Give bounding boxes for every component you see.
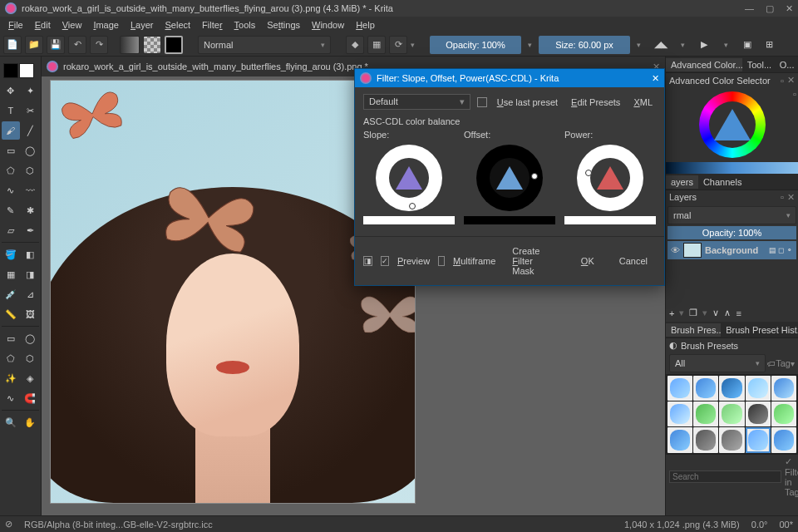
preset-dropdown[interactable]: Default [363, 94, 470, 110]
use-last-label[interactable]: Use last preset [494, 96, 561, 109]
gradient-icon[interactable] [120, 36, 140, 54]
magnetic-select-icon[interactable]: 🧲 [22, 389, 40, 407]
polygon-tool-icon[interactable]: ⬠ [2, 161, 20, 180]
add-icon[interactable]: + [669, 308, 674, 318]
rect-tool-icon[interactable]: ▭ [2, 141, 20, 160]
zoom-tool-icon[interactable]: 🔍 [2, 413, 20, 431]
smart-fill-icon[interactable]: ◨ [22, 265, 40, 283]
power-bar[interactable] [564, 216, 656, 224]
tab-tool-opts[interactable]: Tool... [742, 58, 775, 71]
tab-layers[interactable]: ayers [666, 175, 698, 189]
tag-button[interactable]: 🏷 Tag ▾ [767, 354, 795, 372]
window-minimize[interactable]: — [745, 3, 754, 14]
brush-preset[interactable] [667, 376, 692, 401]
menu-edit[interactable]: Edit [30, 18, 56, 32]
brush-preset[interactable] [719, 427, 744, 452]
filter-tag-checkbox[interactable]: ✓ Filter in Tag [785, 456, 798, 497]
brush-preset[interactable] [719, 376, 744, 401]
pattern-preset-icon[interactable] [143, 36, 161, 54]
redo-icon[interactable]: ↷ [90, 36, 108, 54]
color-profile[interactable]: RGB/Alpha (8-bit integ...GB-elle-V2-srgb… [24, 520, 213, 530]
layer-props-icon[interactable]: ▤ ◻ ⚬ [769, 246, 793, 254]
assistant-tool-icon[interactable]: ⊿ [22, 285, 40, 303]
fill-tool-icon[interactable]: 🪣 [2, 245, 20, 264]
menu-tools[interactable]: Tools [229, 18, 261, 32]
window-maximize[interactable]: ▢ [766, 3, 774, 14]
tab-brush-presets[interactable]: Brush Pres... [666, 323, 721, 337]
menu-select[interactable]: Select [160, 18, 196, 32]
brush-preset[interactable] [719, 401, 744, 426]
polyline-tool-icon[interactable]: ⬡ [22, 161, 40, 180]
open-doc-icon[interactable]: 📁 [25, 36, 43, 54]
close-panel-icon[interactable]: ✕ [787, 75, 795, 86]
brush-preset[interactable] [693, 427, 718, 452]
freehand-path-icon[interactable]: 〰 [22, 181, 40, 200]
color-wheel[interactable]: ▫ [666, 87, 798, 162]
bg-swatch[interactable] [19, 63, 34, 78]
menu-icon[interactable]: ≡ [736, 308, 741, 318]
menu-layer[interactable]: Layer [126, 18, 159, 32]
rect-select-icon[interactable]: ▭ [2, 329, 20, 347]
crop-tool-icon[interactable]: ✂ [22, 101, 40, 120]
tab-brush-history[interactable]: Brush Preset Hist... [721, 323, 798, 337]
reference-tool-icon[interactable]: 🖼 [22, 305, 40, 323]
brush-filter-dropdown[interactable]: All [669, 354, 766, 372]
opacity-slider[interactable]: Opacity: 100% [430, 36, 521, 54]
xml-button[interactable]: XML [630, 96, 656, 109]
brush-preset[interactable] [771, 427, 796, 452]
mirror-horizontal-icon[interactable]: ◢◣ [653, 37, 669, 53]
layer-opacity-slider[interactable]: Opacity: 100% [667, 226, 796, 239]
slope-wheel[interactable] [376, 145, 442, 211]
pan-tool-icon[interactable]: ✋ [22, 413, 40, 431]
bezier-tool-icon[interactable]: ∿ [2, 181, 20, 200]
menu-window[interactable]: Window [307, 18, 349, 32]
use-last-checkbox[interactable] [477, 97, 487, 107]
visibility-icon[interactable]: 👁 [671, 245, 680, 255]
alpha-lock-icon[interactable]: ▦ [367, 36, 386, 54]
wrap-icon[interactable]: ▣ [739, 37, 756, 53]
brush-preset[interactable] [693, 401, 718, 426]
new-doc-icon[interactable]: 📄 [3, 36, 22, 54]
contiguous-select-icon[interactable]: ✨ [2, 369, 20, 387]
float-layers-icon[interactable]: ▫ [781, 192, 784, 203]
tab-overview[interactable]: O... [775, 58, 798, 71]
cancel-button[interactable]: Cancel [611, 254, 656, 268]
undo-icon[interactable]: ↶ [68, 36, 86, 54]
duplicate-icon[interactable]: ❐ [689, 308, 697, 318]
fg-swatch[interactable] [3, 63, 18, 78]
menu-help[interactable]: Help [351, 18, 380, 32]
reload-brush-icon[interactable]: ⟳ [389, 36, 407, 54]
menu-filter[interactable]: Filter [197, 18, 227, 32]
brush-size-slider[interactable]: Size: 60.00 px [539, 36, 630, 54]
free-select-icon[interactable]: ⬡ [22, 349, 40, 367]
pattern-edit-icon[interactable]: ▦ [2, 265, 20, 283]
brush-search-input[interactable] [669, 470, 781, 483]
offset-wheel[interactable] [476, 145, 543, 211]
eraser-icon[interactable]: ◆ [346, 36, 364, 54]
edit-presets-button[interactable]: Edit Presets [568, 96, 623, 109]
slope-bar[interactable] [363, 216, 455, 224]
brush-preset[interactable] [746, 376, 771, 401]
tab-adv-color[interactable]: Advanced Color... [666, 58, 742, 71]
menu-file[interactable]: File [3, 18, 28, 32]
transform-tool-icon[interactable]: ✥ [2, 81, 20, 100]
preview-checkbox[interactable]: ✓ [381, 256, 389, 266]
offset-bar[interactable] [464, 216, 555, 224]
move-up-icon[interactable]: ∧ [724, 308, 731, 318]
text-tool-icon[interactable]: T [2, 101, 20, 120]
ok-button[interactable]: OK [573, 254, 603, 268]
brush-preset[interactable] [667, 401, 692, 426]
ellipse-tool-icon[interactable]: ◯ [22, 141, 40, 160]
similar-select-icon[interactable]: ◈ [22, 369, 40, 387]
float-panel-icon[interactable]: ▫ [781, 76, 784, 86]
bezier-select-icon[interactable]: ∿ [2, 389, 20, 407]
dynamic-brush-icon[interactable]: ✎ [2, 201, 20, 219]
brush-preset[interactable] [771, 401, 796, 426]
mirror-vertical-icon[interactable]: ▶ [696, 37, 712, 53]
calligraphy-icon[interactable]: ✒ [22, 221, 40, 239]
blend-mode-dropdown[interactable]: Normal [198, 36, 331, 54]
gradient-tool-icon[interactable]: ◧ [22, 245, 40, 264]
move-down-icon[interactable]: ∨ [712, 308, 719, 318]
line-tool-icon[interactable]: ╱ [22, 121, 40, 140]
multibrush-icon[interactable]: ✱ [22, 201, 40, 219]
